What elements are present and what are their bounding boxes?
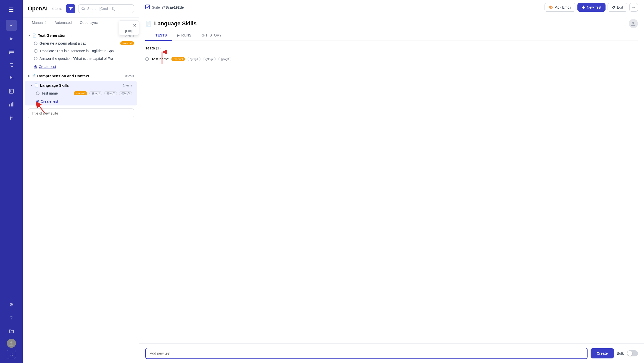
svg-rect-7 — [11, 103, 12, 106]
tab-history[interactable]: ◷ HISTORY — [196, 30, 227, 41]
svg-rect-3 — [9, 53, 10, 54]
hamburger-icon[interactable]: ☰ — [6, 4, 16, 16]
esc-label: [Esc] — [125, 29, 133, 33]
close-icon[interactable]: ✕ — [133, 23, 136, 28]
chevron-right-icon: ▶ — [28, 74, 30, 78]
esc-popup: ✕ [Esc] — [119, 20, 139, 35]
user-avatar-bottom[interactable] — [7, 339, 16, 348]
svg-point-9 — [10, 116, 11, 117]
tab-runs[interactable]: ▶ RUNS — [172, 30, 196, 41]
svg-rect-1 — [9, 51, 14, 52]
cmd-key-button[interactable]: ⌘ — [7, 350, 16, 359]
tab-out-of-sync[interactable]: Out of sync — [76, 17, 102, 28]
tests-header: Tests (1) — [145, 46, 638, 50]
toggle-knob — [627, 351, 632, 356]
sidebar-header: OpenAI 4 tests Search [Cmd + K] — [23, 0, 139, 17]
sidebar: OpenAI 4 tests Search [Cmd + K] ✕ [Esc] … — [23, 0, 139, 363]
svg-rect-8 — [12, 102, 13, 106]
tests-count: (1) — [156, 46, 160, 50]
suite-language-skills-header[interactable]: ▼ 📄 Language Skills 1 tests — [25, 81, 137, 89]
pick-emoji-button[interactable]: 🎨 Pick Emoji — [545, 3, 575, 12]
tab-tests[interactable]: TESTS — [145, 30, 172, 41]
bulk-toggle[interactable] — [627, 350, 638, 356]
file-icon: 📄 — [32, 33, 36, 38]
edit-icon — [612, 6, 615, 9]
main-content: Suite @Scae192de 🎨 Pick Emoji New Test — [139, 0, 644, 363]
nav-icon-activity[interactable] — [6, 72, 17, 84]
create-test-link-langskills[interactable]: ⊕ Create test — [25, 97, 137, 105]
suite-count: 0 tests — [125, 74, 134, 78]
chevron-down-icon: ▼ — [28, 34, 31, 37]
plus-icon: ⊕ — [34, 64, 37, 69]
test-radio — [34, 42, 37, 45]
svg-rect-25 — [150, 36, 154, 36]
test-name: Answer the question "What is the capital… — [39, 57, 134, 61]
nav-icon-play[interactable]: ▶ — [6, 33, 17, 44]
page-title-row: 📄 Language Skills — [139, 15, 644, 30]
svg-point-22 — [632, 22, 634, 24]
test-item-capital[interactable]: Answer the question "What is the capital… — [23, 55, 139, 62]
nav-icon-list[interactable] — [6, 46, 17, 57]
left-navigation: ☰ ✓ ▶ — [0, 0, 23, 363]
tag-manual: manual — [120, 41, 134, 45]
nav-icon-gear[interactable]: ⚙ — [6, 299, 17, 310]
test-item-poem[interactable]: Generate a poem about a cat. manual — [23, 40, 139, 47]
tag-tag3: @tag3 — [119, 91, 132, 95]
svg-rect-23 — [150, 34, 154, 34]
tests-label: Tests — [145, 46, 155, 50]
tab-manual[interactable]: Manual 4 — [28, 17, 51, 28]
header-avatar[interactable] — [629, 19, 638, 28]
history-icon: ◷ — [202, 33, 205, 37]
file-icon: 📄 — [34, 83, 38, 87]
nav-icon-folder[interactable] — [6, 325, 17, 337]
tag-manual-main: manual — [171, 57, 185, 61]
filter-button[interactable] — [66, 4, 75, 13]
suite-text-generation: ▼ 📄 Text Generation 3 tests Generate a p… — [23, 31, 139, 71]
test-item-translate[interactable]: Translate "This is a sentence in English… — [23, 47, 139, 55]
nav-icon-git[interactable] — [6, 112, 17, 123]
test-name: Translate "This is a sentence in English… — [39, 49, 134, 53]
nav-icon-chart[interactable] — [6, 99, 17, 110]
more-options-button[interactable]: ··· — [629, 3, 638, 12]
bottom-bar: Create Bulk — [139, 343, 644, 363]
suite-name: Text Generation — [38, 33, 124, 38]
tag-tag1: @tag1 — [89, 91, 102, 95]
page-file-icon: 📄 — [145, 21, 152, 27]
more-icon: ··· — [632, 5, 635, 9]
create-button[interactable]: Create — [591, 348, 614, 358]
tests-icon — [150, 34, 154, 37]
nav-icon-check[interactable]: ✓ — [6, 20, 17, 31]
test-item-testname[interactable]: Test name manual @tag1 @tag2 @tag3 — [25, 89, 137, 97]
create-test-link-textgen[interactable]: ⊕ Create test — [23, 62, 139, 71]
add-test-input[interactable] — [145, 348, 588, 359]
edit-label: Edit — [617, 5, 623, 9]
suite-comprehension: ▶ 📄 Comprehension and Context 0 tests — [23, 72, 139, 80]
chevron-down-icon: ▼ — [30, 84, 33, 87]
svg-point-14 — [82, 7, 84, 10]
svg-point-13 — [10, 341, 12, 343]
main-header: Suite @Scae192de 🎨 Pick Emoji New Test — [139, 0, 644, 15]
tag-tag3-main: @tag3 — [218, 57, 231, 61]
nav-icon-terminal[interactable] — [6, 86, 17, 97]
nav-icon-help[interactable]: ? — [6, 312, 17, 323]
tab-automated[interactable]: Automated — [51, 17, 76, 28]
checkbox-icon — [145, 5, 150, 10]
search-box[interactable]: Search [Cmd + K] — [78, 4, 134, 13]
new-test-button[interactable]: New Test — [577, 3, 606, 12]
tab-history-label: HISTORY — [206, 33, 222, 37]
test-name-label: Test name — [42, 91, 72, 95]
svg-line-15 — [84, 9, 85, 10]
suite-comprehension-header[interactable]: ▶ 📄 Comprehension and Context 0 tests — [23, 72, 139, 80]
page-title: Language Skills — [154, 20, 197, 27]
edit-button[interactable]: Edit — [608, 3, 627, 12]
test-radio — [36, 92, 39, 95]
tag-manual: manual — [74, 91, 87, 95]
test-row-main[interactable]: Test name manual @tag1 @tag2 @tag3 — [145, 54, 638, 64]
main-body: Tests (1) Test name manual @tag1 @tag2 @… — [139, 41, 644, 343]
nav-icon-steps[interactable] — [6, 59, 17, 70]
pick-emoji-label: Pick Emoji — [555, 5, 571, 9]
svg-rect-20 — [582, 7, 585, 8]
svg-point-10 — [10, 118, 11, 119]
suite-name: Language Skills — [40, 83, 122, 87]
new-suite-input[interactable] — [28, 108, 134, 118]
